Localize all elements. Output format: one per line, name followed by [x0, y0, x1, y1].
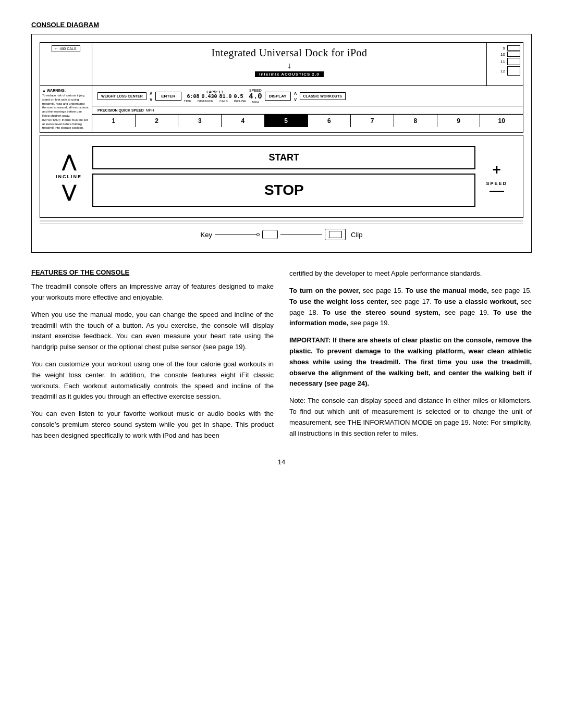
para-6: To turn on the power, see page 15. To us… — [289, 286, 532, 329]
key-line-left — [215, 235, 256, 235]
warning-text: To reduce risk of serious injury, stand … — [42, 94, 90, 130]
num-btn-6[interactable]: 6 — [308, 115, 351, 127]
classic-workouts-button[interactable]: CLASSIC WORKOUTS — [300, 92, 346, 100]
time-value: 6:08 — [187, 94, 200, 100]
weight-loss-button[interactable]: WEIGHT LOSS CENTER — [97, 92, 146, 100]
top-panel: ← 400 CALS. Integrated Universal Dock fo… — [40, 42, 523, 133]
para-8: Note: The console can display speed and … — [289, 396, 532, 439]
right-num-12: 12 — [489, 66, 520, 76]
key-clip-connector — [262, 230, 278, 239]
time-label: TIME — [184, 100, 191, 103]
num-btn-7[interactable]: 7 — [351, 115, 394, 127]
num-btn-5[interactable]: 5 — [265, 115, 308, 127]
num-btn-1[interactable]: 1 — [92, 115, 136, 127]
controls-center: WEIGHT LOSS CENTER ∧ ∨ ENTER LAPS: 1.1 6… — [92, 86, 523, 132]
features-title: FEATURES OF THE CONSOLE — [31, 268, 274, 276]
up-down-arrows[interactable]: ∧ ∨ — [149, 90, 153, 102]
speed-value: 4.0 — [249, 92, 262, 101]
enter-button[interactable]: ENTER — [155, 92, 181, 101]
controls-row: ▲ WARNING: To reduce risk of serious inj… — [40, 85, 523, 132]
key-clip-row: Key Clip — [40, 225, 523, 244]
cals-label: 400 CALS. — [60, 47, 78, 51]
right-num-label-11: 11 — [500, 59, 505, 64]
incline-display-label: INCLINE — [234, 100, 247, 103]
num-btn-8[interactable]: 8 — [394, 115, 437, 127]
speed-plus-icon[interactable]: + — [493, 162, 501, 178]
right-num-9: 9 — [489, 45, 520, 51]
incline-down-arrow[interactable]: ⋁ — [62, 182, 76, 202]
num-btn-10[interactable]: 10 — [480, 115, 523, 127]
warning-label: ▲ WARNING: — [42, 88, 90, 93]
cals-value: 81.0 — [219, 94, 232, 100]
up-arrow-icon: ∧ — [149, 90, 153, 96]
speed-group: + SPEED — [486, 162, 507, 192]
speed-minus-icon[interactable] — [489, 191, 504, 192]
vol-down-icon: ∨ — [293, 96, 297, 102]
page-number: 14 — [31, 458, 532, 466]
distance-value: 0.430 — [202, 94, 217, 100]
stop-button[interactable]: STOP — [92, 174, 475, 207]
speed-display: SPEED 4.0 MPH — [249, 89, 262, 104]
mph-label: MPH — [252, 101, 259, 104]
incline-up-arrow[interactable]: ⋀ — [62, 152, 76, 171]
incline-value: 0.5 — [234, 94, 243, 100]
para-3: You can customize your workout using one… — [31, 359, 274, 402]
diagram-container: ← 400 CALS. Integrated Universal Dock fo… — [31, 34, 532, 253]
num-buttons-row: 1 2 3 4 5 6 7 8 9 10 — [92, 114, 523, 127]
clip-icon — [325, 229, 346, 240]
laps-label: LAPS: 1.1 — [206, 90, 224, 94]
display-button[interactable]: DISPLAY — [265, 92, 291, 101]
left-col: ← 400 CALS. — [40, 43, 92, 85]
para-7: IMPORTANT: If there are sheets of clear … — [289, 335, 532, 389]
volume-arrows[interactable]: ∧ ∨ — [293, 90, 297, 102]
clip-label: Clip — [351, 231, 362, 239]
incline-side-label: INCLINE — [56, 174, 82, 179]
right-num-11: 11 — [489, 58, 520, 65]
num-btn-3[interactable]: 3 — [178, 115, 222, 127]
left-content: FEATURES OF THE CONSOLE The treadmill co… — [31, 268, 274, 447]
distance-label: DISTANCE — [198, 100, 213, 103]
speed-side-label: SPEED — [486, 181, 507, 186]
down-arrow-icon: ∨ — [149, 96, 153, 102]
center-dock: Integrated Universal Dock for iPod ↓ Int… — [92, 43, 486, 85]
dock-title: Integrated Universal Dock for iPod — [211, 47, 367, 59]
cals-box: ← 400 CALS. — [52, 45, 81, 52]
key-label: Key — [201, 231, 212, 239]
para-2: When you use the manual mode, you can ch… — [31, 310, 274, 353]
para-1: The treadmill console offers an impressi… — [31, 281, 274, 303]
right-num-label-12: 12 — [500, 69, 505, 73]
para-4: You can even listen to your favorite wor… — [31, 409, 274, 441]
start-button[interactable]: START — [92, 146, 475, 169]
content-section: FEATURES OF THE CONSOLE The treadmill co… — [31, 268, 532, 447]
right-content: certified by the developer to meet Apple… — [289, 268, 532, 447]
display-group: LAPS: 1.1 6:08 0.430 81.0 0.5 TIME DISTA… — [184, 90, 247, 103]
start-stop-group: START STOP — [92, 146, 475, 207]
mph-precision-label: MPH — [146, 108, 154, 112]
right-num-10: 10 — [489, 52, 520, 57]
vol-up-icon: ∧ — [293, 90, 297, 96]
warning-box: ▲ WARNING: To reduce risk of serious inj… — [40, 86, 92, 132]
console-diagram-title: CONSOLE DIAGRAM — [31, 21, 532, 29]
cals-display-label: CALS — [219, 100, 228, 103]
num-btn-4[interactable]: 4 — [222, 115, 265, 127]
para-5: certified by the developer to meet Apple… — [289, 268, 532, 279]
num-btn-9[interactable]: 9 — [437, 115, 481, 127]
lower-section: ⋀ INCLINE ⋁ START STOP + SPEED — [40, 135, 523, 218]
right-col: 9 10 11 12 — [486, 43, 523, 85]
intermix-logo: Intermix ACOUSTICS 2.0 — [255, 71, 324, 77]
key-line-right — [280, 235, 322, 235]
precision-label: PRECISION QUICK SPEED — [97, 108, 144, 112]
speed-label: SPEED — [249, 89, 262, 92]
right-num-label-9: 9 — [503, 46, 505, 51]
dock-arrow: ↓ — [287, 61, 291, 70]
incline-group: ⋀ INCLINE ⋁ — [56, 152, 82, 202]
num-btn-2[interactable]: 2 — [136, 115, 179, 127]
right-num-label-10: 10 — [500, 52, 505, 57]
